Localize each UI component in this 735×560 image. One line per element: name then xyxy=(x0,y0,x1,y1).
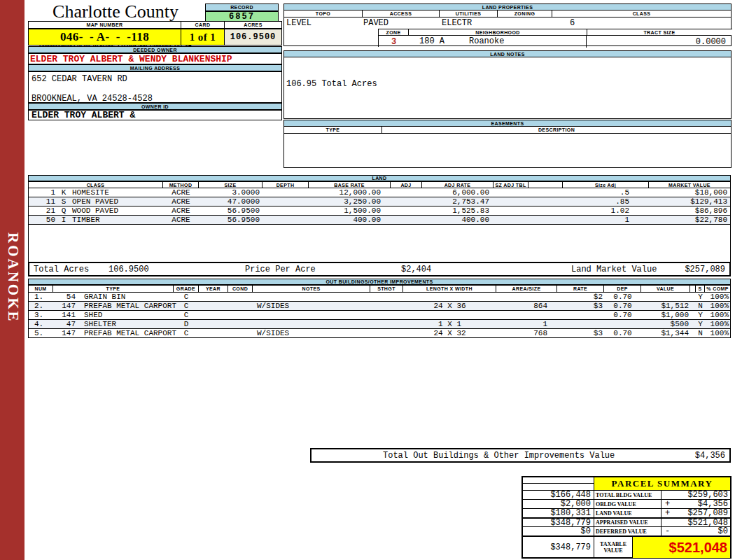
easements-title: EASEMENTS xyxy=(284,120,731,127)
outbuilding-row: 2. 147 PREFAB METAL CARPORT C W/SIDES 24… xyxy=(29,302,730,311)
land-properties-values: LEVEL PAVED ELECTR 6 xyxy=(284,18,731,29)
land-market-value: $257,089 xyxy=(685,265,725,274)
col-length-width: LENGTH X WIDTH xyxy=(403,286,496,292)
land-row: 11 S OPEN PAVED ACRE 47.0000 3,250.00 2,… xyxy=(29,197,730,206)
property-record-card: ROANOKE Charlotte County Virginia Commis… xyxy=(0,0,735,560)
access-value: PAVED xyxy=(363,18,388,28)
class-value: 6 xyxy=(570,18,575,28)
neighborhood-code: 180 A xyxy=(419,36,444,46)
record-value: 6857 xyxy=(205,11,279,22)
col-size-adj: Size Adj xyxy=(563,182,649,188)
land-row: 50 I TIMBER ACRE 56.9500 400.00 400.00 1… xyxy=(29,216,730,225)
taxable-value-label: TAXABLE VALUE xyxy=(594,537,633,558)
mailing-address-label: MAILING ADDRESS xyxy=(28,64,282,71)
zoning-label: ZONING xyxy=(498,10,552,17)
tract-size-value: 0.0000 xyxy=(586,36,732,48)
col-year: YEAR xyxy=(199,286,228,292)
outbuildings-total-label: Total Out Buildings & Other Improvements… xyxy=(383,451,615,461)
col-pct-comp: % COMP xyxy=(705,286,730,292)
district-label: ROANOKE xyxy=(4,232,22,323)
outbuildings-title: OUT BUILDINGS/OTHER IMPROVEMENTS xyxy=(29,279,730,285)
card-label: CARD xyxy=(181,22,225,28)
land-notes-text: 106.95 Total Acres xyxy=(286,79,377,89)
zone-neighborhood-box: ZONE NEIGHBORHOOD TRACT SIZE 3 180 A Roa… xyxy=(378,29,732,47)
land-market-value-label: Land Market Value xyxy=(571,265,657,274)
parcel-summary-header: PARCEL SUMMARY xyxy=(523,477,730,490)
owner-id-value: ELDER TROY ALBERT & xyxy=(28,110,282,120)
zone-values: 3 180 A Roanoke 0.0000 xyxy=(379,36,732,48)
outbuildings-header: NUM TYPE GRADE YEAR COND NOTES STHGT LEN… xyxy=(29,285,730,293)
class-label: CLASS xyxy=(552,10,731,17)
col-base-rate: BASE RATE xyxy=(309,182,391,188)
land-totals-bar: Total Acres 106.9500 Price Per Acre $2,4… xyxy=(28,262,731,276)
land-table: LAND CLASS METHOD SIZE DEPTH BASE RATE A… xyxy=(28,175,731,262)
card-value: 1 of 1 xyxy=(181,29,225,45)
col-sz-adj-tbl: SZ ADJ TBL xyxy=(493,182,528,188)
deeded-owner-value: ELDER TROY ALBERT & WENDY BLANKENSHIP xyxy=(28,53,282,64)
outbuilding-row: 3. 141 SHED C 0.70 $1,000 Y 100% xyxy=(29,311,730,320)
col-blank xyxy=(528,182,563,188)
map-card-acres-values: 046- - A- - -118 1 of 1 106.9500 xyxy=(28,29,282,46)
col-value: VALUE xyxy=(641,286,690,292)
zone-label: ZONE xyxy=(379,29,409,35)
col-notes: NOTES xyxy=(253,286,370,292)
prior-value-column-header xyxy=(523,477,594,490)
col-cond: COND xyxy=(228,286,253,292)
easements-section: EASEMENTS TYPE DESCRIPTION xyxy=(284,120,732,168)
deeded-owner-label: DEEDED OWNER xyxy=(28,46,282,53)
total-acres-label: Total Acres xyxy=(34,265,89,274)
parcel-summary: PARCEL SUMMARY $166,448 TOTAL BLDG VALUE… xyxy=(522,476,732,559)
outbuildings-table: OUT BUILDINGS/OTHER IMPROVEMENTS NUM TYP… xyxy=(28,279,731,338)
zone-labels: ZONE NEIGHBORHOOD TRACT SIZE xyxy=(379,29,732,36)
access-label: ACCESS xyxy=(363,10,440,17)
col-blank xyxy=(690,286,696,292)
outbuildings-total-bar: Total Out Buildings & Other Improvements… xyxy=(310,448,731,463)
land-table-title: LAND xyxy=(29,175,730,181)
easements-labels: TYPE DESCRIPTION xyxy=(284,127,731,134)
easement-type-label: TYPE xyxy=(284,127,382,133)
parcel-summary-title: PARCEL SUMMARY xyxy=(594,477,730,490)
summary-row: $0 DEFERRED VALUE -$0 xyxy=(523,526,730,536)
land-properties-title: LAND PROPERTIES xyxy=(284,4,731,10)
tract-size-label: TRACT SIZE xyxy=(587,29,732,35)
col-type: TYPE xyxy=(53,286,174,292)
outbuilding-row: 4. 47 SHELTER D 1 X 1 1 $500 Y 100% xyxy=(29,320,730,329)
utilities-value: ELECTR xyxy=(442,18,472,28)
land-table-header: CLASS METHOD SIZE DEPTH BASE RATE ADJ AD… xyxy=(29,181,730,188)
summary-row: $348,779 APPRAISED VALUE $521,048 xyxy=(523,517,730,526)
col-num: NUM xyxy=(29,286,53,292)
easement-description-label: DESCRIPTION xyxy=(382,127,731,133)
mailing-address-box: 652 CEDAR TAVERN RD BROOKNEAL, VA 24528-… xyxy=(28,71,282,103)
taxable-value: $521,048 xyxy=(633,537,730,558)
col-adj-rate: ADJ RATE xyxy=(422,182,493,188)
col-sthgt: STHGT xyxy=(370,286,403,292)
zone-value: 3 xyxy=(379,36,409,48)
col-depth: DEPTH xyxy=(262,182,309,188)
col-market-value: MARKET VALUE xyxy=(649,182,730,188)
col-method: METHOD xyxy=(163,182,199,188)
summary-row: $180,331 LAND VALUE +$257,089 xyxy=(523,508,730,517)
map-number-value: 046- - A- - -118 xyxy=(29,29,181,45)
total-acres-value: 106.9500 xyxy=(108,265,149,274)
summary-row: $2,000 OBLDG VALUE +$4,356 xyxy=(523,499,730,508)
land-properties-labels: TOPO ACCESS UTILITIES ZONING CLASS xyxy=(284,10,731,18)
col-dep: DEP xyxy=(604,286,641,292)
price-per-acre-value: $2,404 xyxy=(401,265,431,274)
outbuilding-row: 5. 147 PREFAB METAL CARPORT C W/SIDES 24… xyxy=(29,329,730,338)
neighborhood-label: NEIGHBORHOOD xyxy=(409,29,587,35)
taxable-value-row: $348,779 TAXABLE VALUE $521,048 xyxy=(523,536,730,558)
land-notes-title: LAND NOTES xyxy=(284,51,731,57)
outbuildings-total-value: $4,356 xyxy=(695,451,725,461)
record-label: RECORD xyxy=(205,4,279,11)
col-size: SIZE xyxy=(199,182,262,188)
acres-label: ACRES xyxy=(225,22,281,28)
col-s: S xyxy=(696,286,705,292)
land-row: 1 K HOMESITE ACRE 3.0000 12,000.00 6,000… xyxy=(29,188,730,197)
col-class: CLASS xyxy=(29,182,163,188)
address-line-1: 652 CEDAR TAVERN RD xyxy=(31,74,127,84)
district-sidebar: ROANOKE xyxy=(0,0,24,560)
neighborhood-name: Roanoke xyxy=(469,36,504,46)
col-rate: RATE xyxy=(557,286,604,292)
map-number-label: MAP NUMBER xyxy=(29,22,181,28)
land-row: 21 Q WOOD PAVED ACRE 56.9500 1,500.00 1,… xyxy=(29,206,730,216)
